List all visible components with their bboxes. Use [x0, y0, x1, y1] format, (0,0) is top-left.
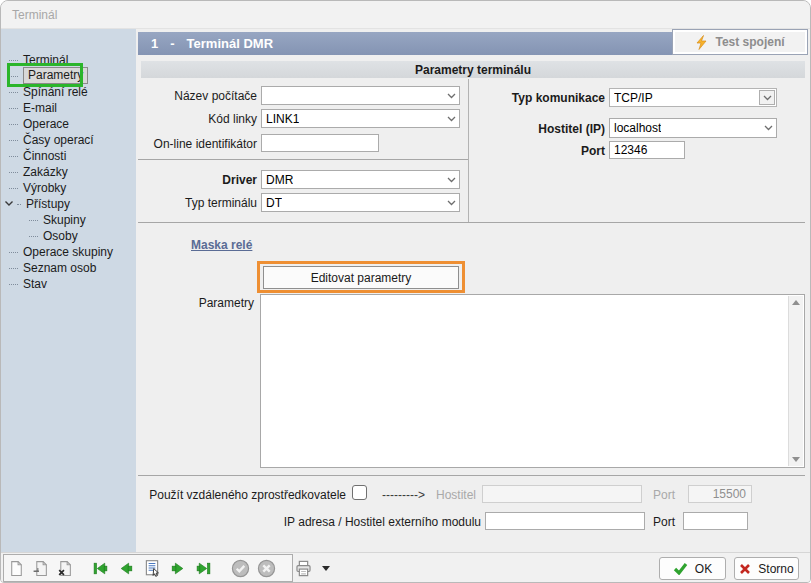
- parametry-textarea[interactable]: [260, 294, 805, 468]
- driver-combo[interactable]: DMR: [261, 170, 460, 189]
- section-title: Parametry terminálu: [415, 63, 531, 77]
- sidebar-item-skupiny[interactable]: Skupiny: [29, 211, 86, 228]
- remote-hostitel-label: Hostitel: [431, 488, 476, 502]
- external-port-input[interactable]: [683, 512, 748, 530]
- import-record-icon[interactable]: [32, 558, 49, 578]
- tree-line: [29, 220, 38, 221]
- next-record-icon[interactable]: [168, 558, 187, 578]
- port-value: 12346: [614, 143, 647, 157]
- delete-record-icon[interactable]: [56, 558, 73, 578]
- kod-linky-value: LINK1: [266, 112, 299, 126]
- sidebar-item-label: E-mail: [23, 101, 57, 115]
- sidebar-item-label: Skupiny: [43, 213, 86, 227]
- sidebar-item-label: Zakázky: [23, 165, 68, 179]
- record-number: 1: [151, 36, 158, 51]
- remote-checkbox-label: Použít vzdáleného zprostředkovatele: [141, 488, 346, 502]
- section-divider: [138, 222, 805, 223]
- tree-line: [9, 284, 18, 285]
- external-port-label: Port: [651, 515, 675, 529]
- tree-line: [9, 172, 18, 173]
- print-icon[interactable]: [294, 558, 313, 578]
- test-spojeni-button[interactable]: Test spojení: [673, 30, 807, 54]
- sidebar-item-label: Přístupy: [26, 197, 70, 211]
- typ-komunikace-value: TCP/IP: [614, 91, 653, 105]
- check-icon: [673, 562, 688, 575]
- remote-port-value: 15500: [713, 487, 746, 501]
- port-label: Port: [471, 144, 605, 158]
- remote-section-divider: [138, 475, 805, 476]
- sidebar-item-casy-operaci[interactable]: Časy operací: [9, 131, 94, 148]
- hostitel-ip-label: Hostitel (IP): [471, 122, 605, 136]
- tree-line: [9, 108, 18, 109]
- nazev-pocitace-combo[interactable]: [261, 86, 460, 105]
- typ-terminalu-combo[interactable]: DT: [261, 193, 460, 212]
- sidebar-item-osoby[interactable]: Osoby: [29, 227, 78, 244]
- chevron-down-icon: [759, 90, 775, 105]
- storno-label: Storno: [758, 562, 793, 576]
- kod-linky-combo[interactable]: LINK1: [261, 109, 460, 128]
- typ-terminalu-value: DT: [266, 196, 282, 210]
- ok-button[interactable]: OK: [659, 557, 726, 580]
- sidebar-item-operace[interactable]: Operace: [9, 115, 69, 132]
- scrollbar[interactable]: [788, 296, 803, 466]
- scroll-down-icon[interactable]: [792, 457, 800, 462]
- window-titlebar: Terminál: [1, 1, 811, 29]
- online-identifikator-input[interactable]: [261, 134, 379, 152]
- sidebar-item-pristupy[interactable]: Přístupy: [4, 195, 70, 212]
- chevron-down-icon: [447, 200, 456, 206]
- tree-line: [9, 92, 18, 93]
- remote-checkbox[interactable]: [352, 485, 367, 500]
- sidebar-item-vyrobky[interactable]: Výrobky: [9, 179, 66, 196]
- tree-line: [9, 188, 18, 189]
- main-panel: [136, 29, 811, 552]
- new-record-icon[interactable]: [8, 558, 25, 578]
- remote-port-input: 15500: [688, 485, 752, 503]
- tree-line: [9, 60, 18, 61]
- editovat-parametry-button[interactable]: Editovat parametry: [263, 266, 459, 289]
- print-dropdown-icon[interactable]: [322, 566, 330, 571]
- sidebar-item-stav[interactable]: Stav: [9, 275, 47, 292]
- kod-linky-label: Kód linky: [138, 112, 257, 126]
- previous-record-icon[interactable]: [117, 558, 136, 578]
- confirm-icon: [231, 558, 250, 578]
- typ-komunikace-combo[interactable]: TCP/IP: [609, 88, 777, 107]
- hostitel-ip-combo[interactable]: localhost: [609, 118, 777, 138]
- sidebar-item-zakazky[interactable]: Zakázky: [9, 163, 68, 180]
- first-record-icon[interactable]: [91, 558, 110, 578]
- terminal-dialog-window: Terminál Terminál Parametry Spínání relé…: [0, 0, 811, 583]
- storno-button[interactable]: Storno: [734, 557, 799, 580]
- tree-line: [29, 236, 38, 237]
- chevron-down-icon: [447, 177, 456, 183]
- window-title: Terminál: [12, 8, 57, 22]
- sidebar-item-operace-skupiny[interactable]: Operace skupiny: [9, 243, 113, 260]
- sidebar-item-seznam-osob[interactable]: Seznam osob: [9, 259, 96, 276]
- typ-terminalu-label: Typ terminálu: [138, 196, 257, 210]
- tree-line: [17, 204, 21, 205]
- x-icon: [739, 563, 751, 575]
- tree-line: [9, 140, 18, 141]
- test-spojeni-label: Test spojení: [715, 35, 784, 49]
- sidebar-item-label: Operace: [23, 117, 69, 131]
- online-identifikator-label: On-line identifikátor: [138, 137, 257, 151]
- remote-port-label: Port: [651, 488, 675, 502]
- sidebar-item-label: Výrobky: [23, 181, 66, 195]
- arrow-text: --------->: [382, 488, 425, 502]
- sidebar-item-label: Časy operací: [23, 133, 94, 147]
- browse-records-icon[interactable]: [143, 558, 161, 578]
- sidebar-item-label: Osoby: [43, 229, 78, 243]
- sidebar-item-label: Operace skupiny: [23, 245, 113, 259]
- chevron-down-icon: [447, 93, 456, 99]
- remote-hostitel-input: [482, 485, 642, 503]
- sidebar-item-cinnosti[interactable]: Činnosti: [9, 147, 66, 164]
- maska-rele-link[interactable]: Maska relé: [191, 238, 252, 252]
- external-ip-input[interactable]: [485, 512, 645, 530]
- cancel-icon: [257, 558, 276, 578]
- chevron-down-icon: [4, 200, 14, 207]
- tree-line: [9, 268, 18, 269]
- typ-komunikace-label: Typ komunikace: [471, 91, 605, 105]
- tree-line: [9, 252, 18, 253]
- last-record-icon[interactable]: [194, 558, 213, 578]
- scroll-up-icon[interactable]: [792, 300, 800, 305]
- port-input[interactable]: 12346: [609, 141, 685, 159]
- sidebar-item-email[interactable]: E-mail: [9, 99, 57, 116]
